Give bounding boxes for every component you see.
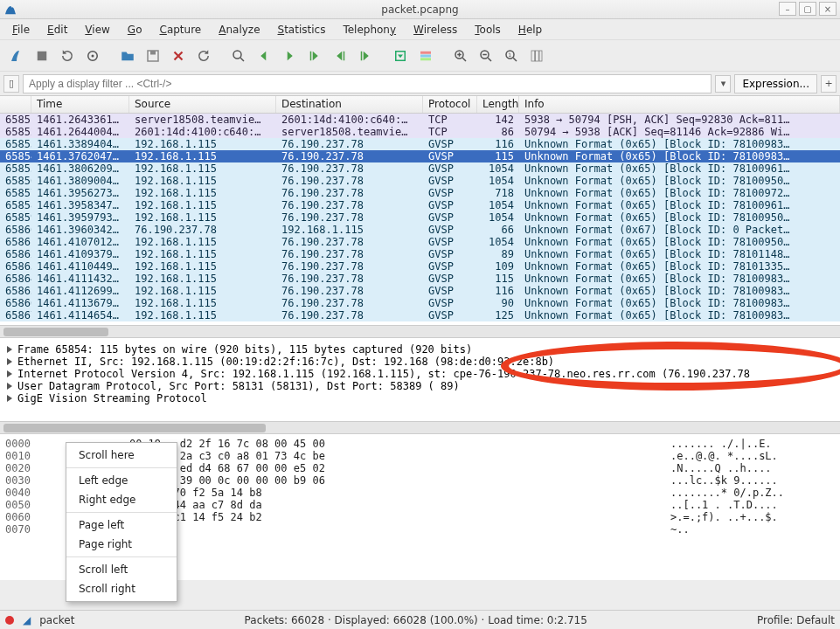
expand-icon[interactable] xyxy=(7,346,12,353)
col-header-protocol[interactable]: Protocol xyxy=(423,96,477,113)
table-row[interactable]: 658611461.4107012…192.168.1.11576.190.23… xyxy=(0,236,840,248)
stop-icon[interactable] xyxy=(31,45,53,67)
svg-rect-7 xyxy=(344,51,345,60)
first-icon[interactable] xyxy=(329,45,351,67)
add-filter-button[interactable]: + xyxy=(821,75,837,93)
last-icon[interactable] xyxy=(354,45,377,67)
packet-list-hscroll[interactable] xyxy=(0,325,840,337)
expert-info-icon[interactable] xyxy=(5,616,14,625)
shark-fin-icon[interactable] xyxy=(5,45,28,67)
expand-icon[interactable] xyxy=(7,358,12,365)
toolbar: 1 xyxy=(0,40,840,72)
table-row[interactable]: 658571461.3956273…192.168.1.11576.190.23… xyxy=(0,187,840,199)
open-icon[interactable] xyxy=(116,45,139,67)
status-file: packet xyxy=(39,614,74,626)
menu-view[interactable]: View xyxy=(78,21,116,38)
ctx-scroll-here[interactable]: Scroll here xyxy=(66,446,177,465)
col-header-info[interactable]: Info xyxy=(519,96,840,113)
svg-point-5 xyxy=(233,51,241,59)
svg-rect-0 xyxy=(38,51,47,60)
detail-line: Internet Protocol Version 4, Src: 192.16… xyxy=(17,368,750,380)
maximize-button[interactable]: ▢ xyxy=(799,2,816,16)
status-profile[interactable]: Profile: Default xyxy=(757,614,835,626)
packet-details[interactable]: Frame 65854: 115 bytes on wire (920 bits… xyxy=(0,337,840,421)
col-header-length[interactable]: Length xyxy=(477,96,519,113)
menu-statistics[interactable]: Statistics xyxy=(271,21,333,38)
table-row[interactable]: 658641461.4111432…192.168.1.11576.190.23… xyxy=(0,273,840,285)
table-row[interactable]: 658551461.3806209…192.168.1.11576.190.23… xyxy=(0,162,840,175)
jump-icon[interactable] xyxy=(303,45,326,67)
zoom-out-icon[interactable] xyxy=(475,45,497,67)
menu-help[interactable]: Help xyxy=(511,21,549,38)
find-icon[interactable] xyxy=(227,45,250,67)
menu-file[interactable]: File xyxy=(5,21,37,38)
table-row[interactable]: 658531461.3389404…192.168.1.11576.190.23… xyxy=(0,138,840,150)
ctx-scroll-right[interactable]: Scroll right xyxy=(66,579,177,598)
ctx-right-edge[interactable]: Right edge xyxy=(66,490,177,509)
table-row[interactable]: 658661461.4113679…192.168.1.11576.190.23… xyxy=(0,297,840,309)
prev-icon[interactable] xyxy=(253,45,275,67)
zoom-in-icon[interactable] xyxy=(449,45,472,67)
save-icon[interactable] xyxy=(142,45,164,67)
expand-icon[interactable] xyxy=(7,383,12,390)
ctx-left-edge[interactable]: Left edge xyxy=(66,471,177,490)
filter-dropdown-icon[interactable]: ▾ xyxy=(715,75,731,93)
status-bar: ◢ packet Packets: 66028 · Displayed: 660… xyxy=(0,610,840,629)
capture-icon: ◢ xyxy=(23,614,31,626)
svg-rect-10 xyxy=(420,51,431,53)
svg-rect-18 xyxy=(536,51,539,61)
table-row[interactable]: 658601461.3960342…76.190.237.78192.168.1… xyxy=(0,224,840,236)
table-row[interactable]: 658541461.3762047…192.168.1.11576.190.23… xyxy=(0,150,840,162)
resize-columns-icon[interactable] xyxy=(525,45,548,67)
restart-icon[interactable] xyxy=(56,45,79,67)
table-row[interactable]: 658561461.3809004…192.168.1.11576.190.23… xyxy=(0,175,840,187)
col-header-source[interactable]: Source xyxy=(129,96,276,113)
options-icon[interactable] xyxy=(81,45,104,67)
menu-wireless[interactable]: Wireless xyxy=(406,21,464,38)
colorize-icon[interactable] xyxy=(414,45,437,67)
detail-line: Ethernet II, Src: 192.168.1.115 (00:19:d… xyxy=(17,356,554,368)
svg-rect-6 xyxy=(310,51,312,60)
bookmark-icon[interactable]: ▯ xyxy=(3,75,19,93)
details-hscroll[interactable] xyxy=(0,421,840,433)
table-row[interactable]: 658521461.2644004…2601:14d:4100:c640:…se… xyxy=(0,126,840,138)
col-header-no[interactable] xyxy=(0,96,31,113)
expand-icon[interactable] xyxy=(7,370,12,377)
menu-analyze[interactable]: Analyze xyxy=(212,21,267,38)
hex-offsets: 0000 0010 0020 0030 0040 0050 0060 0070 xyxy=(5,438,47,577)
ctx-page-left[interactable]: Page left xyxy=(66,515,177,535)
svg-rect-11 xyxy=(420,54,431,57)
ctx-page-right[interactable]: Page right xyxy=(66,535,177,554)
zoom-reset-icon[interactable]: 1 xyxy=(500,45,523,67)
expression-button[interactable]: Expression... xyxy=(734,74,817,93)
menu-telephony[interactable]: Telephony xyxy=(336,21,403,38)
table-row[interactable]: 658511461.2643361…server18508.teamvie…26… xyxy=(0,114,840,126)
svg-text:1: 1 xyxy=(508,51,511,57)
table-row[interactable]: 658621461.4109379…192.168.1.11576.190.23… xyxy=(0,248,840,260)
ctx-scroll-left[interactable]: Scroll left xyxy=(66,560,177,579)
expand-icon[interactable] xyxy=(7,395,12,402)
packet-list-body[interactable]: 658511461.2643361…server18508.teamvie…26… xyxy=(0,114,840,325)
table-row[interactable]: 658591461.3959793…192.168.1.11576.190.23… xyxy=(0,211,840,224)
next-icon[interactable] xyxy=(278,45,301,67)
svg-rect-8 xyxy=(361,51,363,60)
close-file-icon[interactable] xyxy=(167,45,190,67)
hex-ascii: ....... ./.|..E. .e..@.@. *....sL. .N...… xyxy=(670,438,837,577)
table-row[interactable]: 658581461.3958347…192.168.1.11576.190.23… xyxy=(0,199,840,211)
reload-icon[interactable] xyxy=(192,45,215,67)
menu-capture[interactable]: Capture xyxy=(152,21,208,38)
menu-tools[interactable]: Tools xyxy=(468,21,508,38)
col-header-time[interactable]: Time xyxy=(31,96,129,113)
window-title: packet.pcapng xyxy=(0,3,840,16)
display-filter-input[interactable] xyxy=(23,74,712,93)
table-row[interactable]: 658631461.4110449…192.168.1.11576.190.23… xyxy=(0,260,840,273)
menubar: File Edit View Go Capture Analyze Statis… xyxy=(0,19,840,40)
table-row[interactable]: 658671461.4114654…192.168.1.11576.190.23… xyxy=(0,309,840,321)
minimize-button[interactable]: – xyxy=(779,2,796,16)
autoscroll-icon[interactable] xyxy=(389,45,412,67)
table-row[interactable]: 658651461.4112699…192.168.1.11576.190.23… xyxy=(0,285,840,297)
close-button[interactable]: × xyxy=(819,2,837,16)
menu-go[interactable]: Go xyxy=(121,21,149,38)
menu-edit[interactable]: Edit xyxy=(40,21,74,38)
col-header-dest[interactable]: Destination xyxy=(276,96,423,113)
